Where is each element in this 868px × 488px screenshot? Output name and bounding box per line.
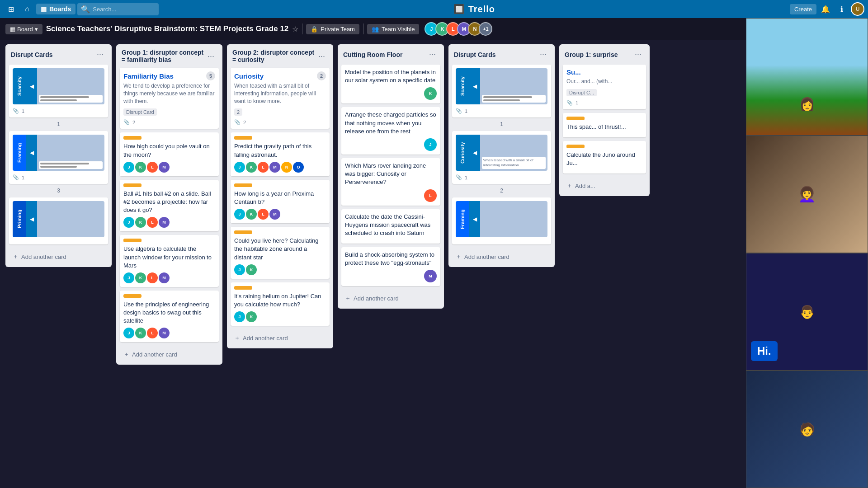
card-image-framing: Framing ◀ [13,135,104,171]
av-he2: K [246,311,257,322]
column-menu-3[interactable]: ··· [316,51,328,62]
card-familiarity-bias[interactable]: Familiarity Bias 5 We tend to develop a … [120,68,219,129]
column-header-6: Group 1: surprise ··· [563,48,646,61]
boards-button[interactable]: ▦ Boards [36,4,75,14]
add-card-button-col5[interactable]: ＋ Add another card [452,250,551,263]
ball-avatars: J K L M [123,217,215,228]
card-scarcity-1[interactable]: Scarcity ◀ 📎 1 [9,65,108,117]
member-count: +1 [483,26,489,32]
card-planets[interactable]: Model the position of the planets in our… [341,65,440,103]
header-divider-2 [363,23,363,34]
card-mars-rover[interactable]: Which Mars rover landing zone was bigger… [341,158,440,206]
card-charged-particles[interactable]: Arrange these charged particles so that … [341,107,440,155]
column-header-4: Cutting Room Floor ··· [341,48,440,61]
card-space[interactable]: This spac... of thrust!... [563,113,646,137]
yellow-label-alg [123,239,142,242]
av1c: J [123,272,134,283]
card-proxima[interactable]: How long is a year on Proxima Centauri b… [231,180,330,223]
familiarity-desc: We tend to develop a preference for thin… [123,82,215,105]
card-curiosity[interactable]: Curiosity 2 When teased with a small bit… [231,68,330,129]
add-card-button-col3[interactable]: ＋ Add another card [231,331,330,345]
yellow-label-gp [234,136,252,140]
add-card-button-col1[interactable]: ＋ Add another card [9,250,108,263]
attach-icon: 📎 [123,119,130,125]
attach-ci: 📎 [456,174,462,180]
person-silhouette-1: 👩 [799,97,815,112]
add-card-label-col1: Add another card [21,253,66,260]
card-helium[interactable]: It's raining helium on Jupiter! Can you … [231,282,330,326]
number-ci: 2 [452,188,551,194]
card-satellite[interactable]: Use the principles of engineering design… [120,291,219,343]
search-bar[interactable]: 🔍 [77,3,159,15]
plus-icon-col6: ＋ [566,182,572,190]
card-pole-vault[interactable]: How high could you pole vault on the moo… [120,132,219,176]
member-count-badge[interactable]: +1 [479,22,492,36]
home-icon[interactable]: ⌂ [20,2,34,16]
video-tile-4[interactable]: 🧑 [746,371,868,488]
av-hz2: K [246,264,257,275]
column-group2: Group 2: disruptor concept = curiosity ·… [227,44,333,348]
card-scarcity-2[interactable]: Scarcity ◀ 📎 1 [452,65,551,117]
av2: K [135,162,146,173]
board-menu-button[interactable]: ▦ Board ▾ [5,24,42,34]
av-px3: L [258,209,269,220]
juno-title: Calculate the Juno around Ju... [566,151,642,167]
card-framing-2[interactable]: Framing ◀ [452,197,551,244]
add-card-label-col4: Add another card [354,295,399,302]
card-curiosity-img[interactable]: Curiosity ◀ When teased with a small bit… [452,131,551,184]
card-algebra[interactable]: Use algebra to calculate the launch wind… [120,235,219,287]
yellow-label-px [234,183,252,187]
column-menu-4[interactable]: ··· [426,49,439,60]
card-ball[interactable]: Ball #1 hits ball #2 on a slide. Ball #2… [120,180,219,232]
play-scarcity-2: ◀ [469,68,480,104]
card-meta-framing: 📎 1 [13,174,24,180]
privacy-badge[interactable]: 🔒 Private Team [306,24,359,34]
av3: L [147,162,158,173]
user-avatar[interactable]: U [851,2,864,16]
column-menu-1[interactable]: ··· [94,49,106,60]
add-card-button-col2[interactable]: ＋ Add another card [120,347,219,361]
info-icon[interactable]: ℹ [835,2,849,16]
video-tile-1[interactable]: 👩 [746,18,868,136]
video-tile-3[interactable]: 👨 Hi. [746,253,868,371]
apps-icon[interactable]: ⊞ [4,2,18,16]
mars-avatar: L [424,189,437,202]
card-image-framing-bg [37,135,104,171]
card-juno[interactable]: Calculate the Juno around Ju... [563,141,646,174]
satellite-avatars: J K L M [123,328,215,338]
line-s2a [483,96,532,98]
familiarity-count: 5 [206,71,215,80]
attachment-count-f: 1 [22,175,24,180]
column-menu-2[interactable]: ··· [205,51,217,62]
board-star-icon[interactable]: ☆ [292,25,298,33]
card-surprise-featured[interactable]: Su... Our... and... (with... Disrupt C..… [563,65,646,109]
attach-su: 📎 [566,100,573,106]
attachment-icon-f: 📎 [13,174,19,180]
card-eggstronauts[interactable]: Build a shock-absorbing system to protec… [341,247,440,286]
team-visible-badge[interactable]: 👥 Team Visible [367,24,419,34]
attach-count-s2: 1 [465,108,467,114]
card-habitable[interactable]: Could you live here? Calculating the hab… [231,227,330,279]
column-menu-5[interactable]: ··· [537,49,549,60]
person-silhouette-2: 👩‍🦱 [746,136,868,253]
card-framing-1[interactable]: Framing ◀ 📎 1 [9,131,108,184]
attach-s2: 📎 [456,108,462,114]
privacy-label: Private Team [321,26,355,33]
yellow-label-he [234,286,252,290]
add-card-button-col6[interactable]: ＋ Add a... [563,179,646,192]
av4b: M [159,217,170,228]
card-cassini[interactable]: Calculate the date the Cassini-Huygens m… [341,209,440,244]
card-gravity-path[interactable]: Predict the gravity path of this falling… [231,132,330,176]
card-label-text: Scarcity [13,68,26,104]
create-button[interactable]: Create [790,4,816,14]
board-title: Science Teachers' Disruptive Brainstorm:… [46,24,289,33]
satellite-title: Use the principles of engineering design… [123,300,215,325]
add-card-button-col4[interactable]: ＋ Add another card [341,291,440,305]
column-menu-6[interactable]: ··· [632,49,644,60]
card-priming-1[interactable]: Priming ◀ [9,197,108,244]
trello-logo-text: 🔲 Trello [453,4,495,14]
notification-icon[interactable]: 🔔 [818,2,833,16]
charged-title: Arrange these charged particles so that … [345,111,437,136]
video-tile-2[interactable]: 👩‍🦱 [746,136,868,253]
search-input[interactable] [93,6,155,13]
